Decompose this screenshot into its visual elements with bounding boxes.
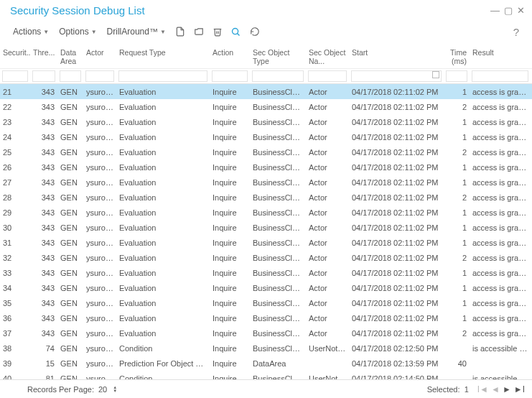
cell-actor: ysurova bbox=[83, 208, 116, 217]
col-security[interactable]: Securit... bbox=[0, 44, 30, 68]
col-time-ms[interactable]: Time (ms) bbox=[444, 44, 470, 68]
table-row[interactable]: 27343GENysurovaEvaluationInquireBusiness… bbox=[0, 175, 532, 190]
cell-req: Evaluation bbox=[116, 284, 210, 292]
table-row[interactable]: 37343GENysurovaEvaluationInquireBusiness… bbox=[0, 325, 532, 341]
filter-action[interactable] bbox=[212, 70, 248, 82]
cell-oname: Actor bbox=[306, 103, 349, 111]
drillaround-menu[interactable]: DrillAround™▼ bbox=[103, 24, 170, 40]
filter-data-area[interactable] bbox=[60, 70, 81, 82]
filter-actor[interactable] bbox=[85, 70, 114, 82]
cell-start: 04/17/2018 02:11:02 PM bbox=[349, 193, 444, 202]
cell-result: access is granted bbox=[470, 314, 531, 323]
options-menu[interactable]: Options▼ bbox=[55, 24, 101, 40]
col-request-type[interactable]: Request Type bbox=[116, 44, 210, 68]
help-icon[interactable]: ? bbox=[513, 26, 523, 38]
delete-icon[interactable] bbox=[210, 24, 225, 39]
cell-thr: 343 bbox=[30, 254, 57, 262]
cell-time: 2 bbox=[444, 193, 470, 202]
cell-start: 04/17/2018 02:14:50 PM bbox=[349, 374, 444, 379]
cell-otype: BusinessClass bbox=[250, 178, 306, 187]
table-row[interactable]: 26343GENysurovaEvaluationInquireBusiness… bbox=[0, 159, 532, 175]
refresh-icon[interactable] bbox=[248, 24, 262, 39]
cell-id: 30 bbox=[0, 223, 30, 232]
table-row[interactable]: 21343GENysurovaEvaluationInquireBusiness… bbox=[0, 84, 532, 99]
cell-area: GEN bbox=[57, 208, 83, 217]
cell-oname: Actor bbox=[306, 118, 349, 126]
cell-id: 37 bbox=[0, 329, 30, 338]
table-row[interactable]: 23343GENysurovaEvaluationInquireBusiness… bbox=[0, 114, 532, 129]
cell-time: 1 bbox=[444, 208, 470, 217]
pager: I◄ ◄ ► ►I bbox=[477, 384, 525, 394]
filter-time[interactable] bbox=[446, 70, 467, 82]
cell-oname: Actor bbox=[306, 163, 349, 172]
cell-action: Inquire bbox=[210, 193, 250, 202]
table-row[interactable]: 24343GENysurovaEvaluationInquireBusiness… bbox=[0, 129, 532, 144]
table-row[interactable]: 33343GENysurovaEvaluationInquireBusiness… bbox=[0, 265, 532, 280]
filter-start[interactable] bbox=[351, 70, 442, 82]
new-icon[interactable] bbox=[173, 24, 187, 39]
cell-req: Evaluation bbox=[116, 329, 210, 338]
table-row[interactable]: 4081GENysurovaConditionInquireBusinessCl… bbox=[0, 371, 532, 379]
records-per-page-value[interactable]: 20 bbox=[98, 385, 107, 394]
cell-thr: 15 bbox=[30, 359, 57, 368]
table-row[interactable]: 30343GENysurovaEvaluationInquireBusiness… bbox=[0, 220, 532, 235]
col-start[interactable]: Start bbox=[349, 44, 444, 68]
col-result[interactable]: Result bbox=[470, 44, 531, 68]
col-thread[interactable]: Thre... bbox=[30, 44, 57, 68]
pager-first-icon[interactable]: I◄ bbox=[477, 384, 488, 394]
cell-result: access is granted bbox=[470, 193, 531, 202]
filter-sec-object-name[interactable] bbox=[308, 70, 347, 82]
maximize-icon[interactable]: ▢ bbox=[504, 6, 513, 15]
cell-area: GEN bbox=[57, 239, 83, 247]
pager-prev-icon[interactable]: ◄ bbox=[491, 384, 500, 394]
filter-thread[interactable] bbox=[32, 70, 55, 82]
cell-oname: Actor bbox=[306, 133, 349, 142]
col-sec-object-name[interactable]: Sec Object Na... bbox=[306, 44, 349, 68]
cell-oname: Actor bbox=[306, 314, 349, 323]
cell-otype: BusinessClass bbox=[250, 254, 306, 262]
caret-down-icon: ▼ bbox=[91, 29, 97, 35]
cell-start: 04/17/2018 02:11:02 PM bbox=[349, 284, 444, 292]
cell-oname: Actor bbox=[306, 299, 349, 307]
selected-label: Selected: bbox=[427, 385, 460, 394]
close-icon[interactable]: ✕ bbox=[517, 6, 525, 15]
cell-oname: Actor bbox=[306, 329, 349, 338]
actions-menu[interactable]: Actions▼ bbox=[9, 24, 53, 40]
table-row[interactable]: 3874GENysurovaConditionInquireBusinessCl… bbox=[0, 341, 532, 356]
table-row[interactable]: 29343GENysurovaEvaluationInquireBusiness… bbox=[0, 205, 532, 220]
table-row[interactable]: 34343GENysurovaEvaluationInquireBusiness… bbox=[0, 280, 532, 295]
filter-security[interactable] bbox=[2, 70, 28, 82]
search-icon[interactable] bbox=[229, 24, 243, 39]
col-action[interactable]: Action bbox=[210, 44, 250, 68]
cell-time: 1 bbox=[444, 314, 470, 323]
filter-result[interactable] bbox=[472, 70, 528, 82]
pager-next-icon[interactable]: ► bbox=[503, 384, 511, 394]
table-row[interactable]: 36343GENysurovaEvaluationInquireBusiness… bbox=[0, 310, 532, 325]
cell-action: Inquire bbox=[210, 329, 250, 338]
table-row[interactable]: 25343GENysurovaEvaluationInquireBusiness… bbox=[0, 144, 532, 159]
cell-thr: 343 bbox=[30, 193, 57, 202]
table-row[interactable]: 32343GENysurovaEvaluationInquireBusiness… bbox=[0, 250, 532, 265]
cell-result: access is granted bbox=[470, 239, 531, 247]
cell-area: GEN bbox=[57, 88, 83, 96]
pager-last-icon[interactable]: ►I bbox=[514, 384, 525, 394]
cell-id: 22 bbox=[0, 103, 30, 111]
selected-value: 1 bbox=[465, 385, 469, 394]
cell-result: access is granted bbox=[470, 178, 531, 187]
table-row[interactable]: 31343GENysurovaEvaluationInquireBusiness… bbox=[0, 235, 532, 250]
table-row[interactable]: 28343GENysurovaEvaluationInquireBusiness… bbox=[0, 190, 532, 205]
col-actor[interactable]: Actor bbox=[83, 44, 116, 68]
table-row[interactable]: 35343GENysurovaEvaluationInquireBusiness… bbox=[0, 295, 532, 310]
table-row[interactable]: 22343GENysurovaEvaluationInquireBusiness… bbox=[0, 99, 532, 114]
filter-request-type[interactable] bbox=[118, 70, 207, 82]
table-row[interactable]: 3915GENysurovaPrediction For Object Type… bbox=[0, 356, 532, 371]
col-data-area[interactable]: Data Area bbox=[57, 44, 83, 68]
minimize-icon[interactable]: — bbox=[490, 6, 500, 15]
open-icon[interactable] bbox=[192, 24, 206, 39]
cell-oname: Actor bbox=[306, 88, 349, 96]
filter-sec-object-type[interactable] bbox=[252, 70, 304, 82]
calendar-icon[interactable] bbox=[432, 71, 439, 78]
records-per-page-stepper[interactable]: ▲▼ bbox=[113, 386, 117, 393]
col-sec-object-type[interactable]: Sec Object Type bbox=[250, 44, 306, 68]
cell-start: 04/17/2018 02:11:02 PM bbox=[349, 329, 444, 338]
